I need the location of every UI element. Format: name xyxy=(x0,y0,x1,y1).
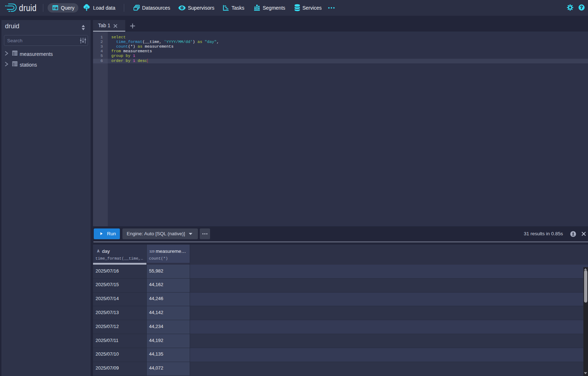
svg-text:?: ? xyxy=(580,5,583,10)
